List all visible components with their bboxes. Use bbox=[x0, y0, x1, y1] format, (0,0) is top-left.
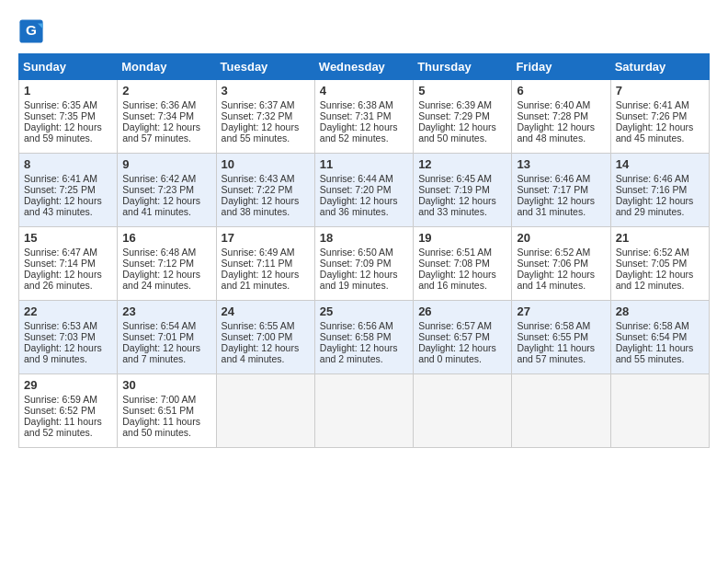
day-info: Sunset: 7:03 PM bbox=[24, 331, 112, 342]
day-info: and 52 minutes. bbox=[24, 427, 112, 438]
day-info: and 29 minutes. bbox=[616, 206, 704, 217]
day-number: 27 bbox=[517, 304, 605, 318]
day-info: Daylight: 12 hours bbox=[517, 121, 605, 132]
day-info: and 14 minutes. bbox=[517, 280, 605, 291]
day-number: 9 bbox=[122, 157, 210, 171]
calendar-cell: 7Sunrise: 6:41 AMSunset: 7:26 PMDaylight… bbox=[610, 80, 709, 154]
weekday-header: Thursday bbox=[414, 54, 512, 80]
day-info: and 9 minutes. bbox=[24, 353, 112, 364]
day-number: 13 bbox=[517, 157, 605, 171]
calendar-cell: 21Sunrise: 6:52 AMSunset: 7:05 PMDayligh… bbox=[610, 227, 709, 301]
calendar-week-row: 1Sunrise: 6:35 AMSunset: 7:35 PMDaylight… bbox=[19, 80, 710, 154]
day-info: Sunset: 7:26 PM bbox=[616, 110, 704, 121]
calendar-cell: 9Sunrise: 6:42 AMSunset: 7:23 PMDaylight… bbox=[118, 154, 216, 227]
day-info: and 36 minutes. bbox=[320, 206, 408, 217]
day-info: and 43 minutes. bbox=[24, 206, 112, 217]
day-info: Sunrise: 6:45 AM bbox=[418, 173, 506, 184]
calendar-cell: 4Sunrise: 6:38 AMSunset: 7:31 PMDaylight… bbox=[314, 80, 413, 154]
day-info: and 24 minutes. bbox=[122, 280, 210, 291]
calendar-cell: 6Sunrise: 6:40 AMSunset: 7:28 PMDaylight… bbox=[512, 80, 610, 154]
day-number: 2 bbox=[122, 84, 210, 98]
day-info: Sunset: 7:16 PM bbox=[616, 184, 704, 195]
day-info: Sunset: 7:11 PM bbox=[222, 258, 310, 269]
day-info: and 41 minutes. bbox=[122, 206, 210, 217]
calendar-cell: 19Sunrise: 6:51 AMSunset: 7:08 PMDayligh… bbox=[414, 227, 512, 301]
calendar-cell: 22Sunrise: 6:53 AMSunset: 7:03 PMDayligh… bbox=[19, 301, 118, 374]
day-info: Sunset: 7:19 PM bbox=[418, 184, 506, 195]
calendar-cell: 12Sunrise: 6:45 AMSunset: 7:19 PMDayligh… bbox=[414, 154, 512, 227]
weekday-header: Wednesday bbox=[314, 54, 413, 80]
calendar-table: SundayMondayTuesdayWednesdayThursdayFrid… bbox=[18, 53, 710, 448]
day-info: Sunset: 7:29 PM bbox=[418, 110, 506, 121]
calendar-cell: 24Sunrise: 6:55 AMSunset: 7:00 PMDayligh… bbox=[216, 301, 314, 374]
day-info: Sunrise: 6:52 AM bbox=[517, 247, 605, 258]
calendar-week-row: 8Sunrise: 6:41 AMSunset: 7:25 PMDaylight… bbox=[19, 154, 710, 227]
calendar-cell bbox=[414, 374, 512, 448]
day-info: Sunrise: 6:41 AM bbox=[616, 99, 704, 110]
day-info: Daylight: 12 hours bbox=[122, 121, 210, 132]
day-info: Daylight: 12 hours bbox=[517, 195, 605, 206]
day-number: 6 bbox=[517, 84, 605, 98]
day-info: Sunrise: 6:55 AM bbox=[222, 320, 310, 331]
header-row: SundayMondayTuesdayWednesdayThursdayFrid… bbox=[19, 54, 710, 80]
day-info: Daylight: 12 hours bbox=[222, 269, 310, 280]
day-info: Daylight: 12 hours bbox=[222, 342, 310, 353]
day-info: Daylight: 12 hours bbox=[616, 269, 704, 280]
day-info: and 55 minutes. bbox=[222, 132, 310, 144]
calendar-cell bbox=[314, 374, 413, 448]
day-info: Sunrise: 6:43 AM bbox=[222, 173, 310, 184]
calendar-cell: 15Sunrise: 6:47 AMSunset: 7:14 PMDayligh… bbox=[19, 227, 118, 301]
day-info: Daylight: 12 hours bbox=[122, 342, 210, 353]
day-info: and 7 minutes. bbox=[122, 353, 210, 364]
weekday-header: Sunday bbox=[19, 54, 118, 80]
day-info: Sunrise: 6:50 AM bbox=[320, 247, 408, 258]
calendar-cell bbox=[216, 374, 314, 448]
calendar-week-row: 22Sunrise: 6:53 AMSunset: 7:03 PMDayligh… bbox=[19, 301, 710, 374]
day-number: 26 bbox=[418, 304, 506, 318]
day-number: 11 bbox=[320, 157, 408, 171]
day-info: Sunset: 6:54 PM bbox=[616, 331, 704, 342]
day-info: Sunset: 7:14 PM bbox=[24, 258, 112, 269]
day-info: Sunrise: 7:00 AM bbox=[122, 394, 210, 405]
day-number: 17 bbox=[222, 231, 310, 245]
day-number: 22 bbox=[24, 304, 112, 318]
svg-text:G: G bbox=[26, 22, 37, 38]
logo-icon: G bbox=[18, 18, 44, 44]
day-number: 30 bbox=[122, 378, 210, 392]
day-info: Daylight: 12 hours bbox=[418, 269, 506, 280]
day-info: Daylight: 11 hours bbox=[122, 416, 210, 427]
calendar-cell: 28Sunrise: 6:58 AMSunset: 6:54 PMDayligh… bbox=[610, 301, 709, 374]
calendar-cell: 13Sunrise: 6:46 AMSunset: 7:17 PMDayligh… bbox=[512, 154, 610, 227]
day-info: and 57 minutes. bbox=[517, 353, 605, 364]
day-info: Sunset: 6:57 PM bbox=[418, 331, 506, 342]
day-info: Daylight: 12 hours bbox=[517, 269, 605, 280]
calendar-cell: 8Sunrise: 6:41 AMSunset: 7:25 PMDaylight… bbox=[19, 154, 118, 227]
day-number: 5 bbox=[418, 84, 506, 98]
day-info: and 59 minutes. bbox=[24, 132, 112, 144]
weekday-header: Saturday bbox=[610, 54, 709, 80]
calendar-cell: 11Sunrise: 6:44 AMSunset: 7:20 PMDayligh… bbox=[314, 154, 413, 227]
day-number: 10 bbox=[222, 157, 310, 171]
day-info: Sunset: 6:55 PM bbox=[517, 331, 605, 342]
day-number: 7 bbox=[616, 84, 704, 98]
day-number: 23 bbox=[122, 304, 210, 318]
day-number: 25 bbox=[320, 304, 408, 318]
day-info: Sunset: 6:58 PM bbox=[320, 331, 408, 342]
day-info: Sunrise: 6:58 AM bbox=[517, 320, 605, 331]
day-number: 18 bbox=[320, 231, 408, 245]
header: G bbox=[18, 18, 710, 44]
day-info: Sunset: 7:31 PM bbox=[320, 110, 408, 121]
day-info: Sunrise: 6:39 AM bbox=[418, 99, 506, 110]
day-number: 29 bbox=[24, 378, 112, 392]
day-info: Sunrise: 6:52 AM bbox=[616, 247, 704, 258]
day-number: 4 bbox=[320, 84, 408, 98]
day-info: Daylight: 12 hours bbox=[24, 342, 112, 353]
calendar-cell: 1Sunrise: 6:35 AMSunset: 7:35 PMDaylight… bbox=[19, 80, 118, 154]
day-number: 3 bbox=[222, 84, 310, 98]
day-info: Daylight: 12 hours bbox=[222, 121, 310, 132]
day-info: Daylight: 12 hours bbox=[122, 195, 210, 206]
day-number: 21 bbox=[616, 231, 704, 245]
day-info: Sunset: 6:51 PM bbox=[122, 405, 210, 416]
day-info: Sunset: 7:05 PM bbox=[616, 258, 704, 269]
day-info: Sunrise: 6:40 AM bbox=[517, 99, 605, 110]
